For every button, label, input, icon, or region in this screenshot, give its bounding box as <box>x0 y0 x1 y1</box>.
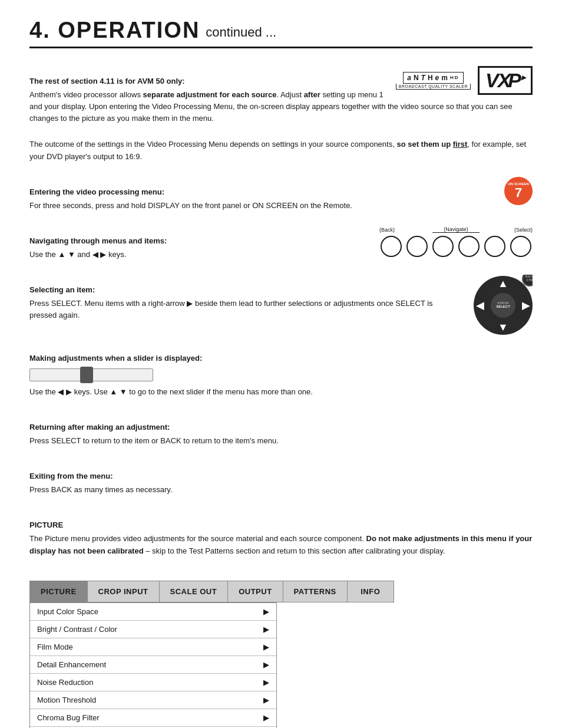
selecting-heading: Selecting an item: <box>29 285 533 294</box>
list-item[interactable]: Film Mode ▶ <box>30 638 276 656</box>
section-outcome: The outcome of the settings in the Video… <box>29 139 533 168</box>
section-picture: PICTURE The Picture menu provides video … <box>29 510 533 562</box>
nav-circle-2[interactable] <box>432 236 454 257</box>
list-item[interactable]: Bright / Contrast / Color ▶ <box>30 621 276 638</box>
list-item[interactable]: Input Color Space ▶ <box>30 603 276 621</box>
anthem-logo: a N T H e m HD BROADCAST QUALITY SCALER <box>396 72 471 90</box>
slider-control <box>29 368 153 381</box>
list-item[interactable]: Motion Threshold ▶ <box>30 691 276 709</box>
back-button[interactable]: BACK CTR <box>522 275 533 286</box>
list-item[interactable]: Noise Reduction ▶ <box>30 674 276 691</box>
section-navigating: (Back) (Navigate) (Select) <box>29 226 533 266</box>
on-screen-badge-number: 7 <box>515 186 522 199</box>
on-screen-badge: ON SCREEN 7 <box>504 177 533 205</box>
menu-item-label-film: Film Mode <box>37 643 73 651</box>
exiting-body: Press BACK as many times as necessary. <box>29 484 533 496</box>
menu-item-label-input-color: Input Color Space <box>37 607 98 616</box>
nav-label-select: (Select) <box>514 227 533 233</box>
menu-item-arrow-input-color: ▶ <box>263 607 269 616</box>
anthem-logo-top: a N T H e m HD <box>403 72 463 84</box>
tab-patterns[interactable]: PATTERNS <box>283 581 348 602</box>
nav-circle-1[interactable] <box>406 236 428 257</box>
menu-item-arrow-motion: ▶ <box>263 696 269 704</box>
dpad-diagram: BACK CTR ▲ ▼ ◀ ▶ STATUS SELECT <box>474 276 533 335</box>
section-selecting: BACK CTR ▲ ▼ ◀ ▶ STATUS SELECT Selecting… <box>29 275 533 335</box>
nav-circles <box>381 236 531 257</box>
nav-label-navigate: (Navigate) <box>444 226 468 232</box>
returning-heading: Returning after making an adjustment: <box>29 423 533 431</box>
slider-body: Use the ◀ ▶ keys. Use ▲ ▼ to go to the n… <box>29 386 533 398</box>
entering-body: For three seconds, press and hold DISPLA… <box>29 200 533 212</box>
page-subtitle: continued ... <box>206 25 276 40</box>
anthem-logo-bottom: BROADCAST QUALITY SCALER <box>396 84 471 90</box>
slider-heading: Making adjustments when a slider is disp… <box>29 354 533 363</box>
menu-item-label-detail: Detail Enhancement <box>37 660 106 669</box>
menu-item-label-bright: Bright / Contrast / Color <box>37 625 117 634</box>
dpad-down-arrow[interactable]: ▼ <box>498 322 508 332</box>
returning-body: Press SELECT to return to the item or BA… <box>29 435 533 447</box>
list-item[interactable]: Detail Enhancement ▶ <box>30 656 276 674</box>
tab-scale-out[interactable]: SCALE OUT <box>159 581 229 602</box>
section-exiting: Exiting from the menu: Press BACK as man… <box>29 461 533 502</box>
tab-crop-input[interactable]: CROP INPUT <box>87 581 160 602</box>
dpad-right-arrow[interactable]: ▶ <box>522 300 530 311</box>
nav-label-back: (Back) <box>379 227 395 233</box>
menu-items-container: Input Color Space ▶ Bright / Contrast / … <box>29 602 277 728</box>
page-header: 4. OPERATION continued ... <box>29 18 533 48</box>
slider-track <box>29 368 153 381</box>
page-container: 4. OPERATION continued ... a N T H e m H… <box>0 0 562 728</box>
tab-info[interactable]: INFO <box>347 581 394 602</box>
nav-circle-select[interactable] <box>510 236 531 257</box>
nav-circle-3[interactable] <box>458 236 480 257</box>
entering-heading: Entering the video processing menu: <box>29 187 533 196</box>
tab-picture[interactable]: PICTURE <box>29 581 88 602</box>
list-item[interactable]: Chroma Bug Filter ▶ <box>30 709 276 727</box>
menu-item-label-chroma: Chroma Bug Filter <box>37 713 99 722</box>
page-title: 4. OPERATION <box>29 18 200 43</box>
dpad-center[interactable]: STATUS SELECT <box>491 293 515 318</box>
menu-item-arrow-chroma: ▶ <box>263 713 269 722</box>
menu-item-arrow-noise: ▶ <box>263 678 269 687</box>
picture-body: The Picture menu provides video adjustme… <box>29 533 533 556</box>
dpad-left-arrow[interactable]: ◀ <box>476 300 484 311</box>
exiting-heading: Exiting from the menu: <box>29 472 533 480</box>
section-entering: ON SCREEN 7 Entering the video processin… <box>29 177 533 218</box>
tab-output[interactable]: OUTPUT <box>227 581 283 602</box>
section-outcome-body: The outcome of the settings in the Video… <box>29 139 533 162</box>
vxp-logo: VX P ▶ <box>478 66 533 95</box>
menu-tabs: PICTURE CROP INPUT SCALE OUT OUTPUT PATT… <box>29 581 533 602</box>
nav-buttons-diagram: (Back) (Navigate) (Select) <box>379 227 533 257</box>
menu-item-label-noise: Noise Reduction <box>37 678 93 687</box>
section-slider: Making adjustments when a slider is disp… <box>29 343 533 404</box>
picture-heading: PICTURE <box>29 521 533 529</box>
dpad-up-arrow[interactable]: ▲ <box>498 278 508 289</box>
section-avm50: a N T H e m HD BROADCAST QUALITY SCALER … <box>29 66 533 130</box>
selecting-body: Press SELECT. Menu items with a right-ar… <box>29 298 533 321</box>
nav-circle-back[interactable] <box>381 236 402 257</box>
menu-item-arrow-bright: ▶ <box>263 625 269 634</box>
menu-item-arrow-detail: ▶ <box>263 660 269 669</box>
menu-item-label-motion: Motion Threshold <box>37 696 96 704</box>
nav-circle-4[interactable] <box>484 236 505 257</box>
logos-area: a N T H e m HD BROADCAST QUALITY SCALER … <box>396 66 533 95</box>
section-returning: Returning after making an adjustment: Pr… <box>29 412 533 453</box>
slider-thumb[interactable] <box>80 367 93 383</box>
menu-item-arrow-film: ▶ <box>263 643 269 651</box>
